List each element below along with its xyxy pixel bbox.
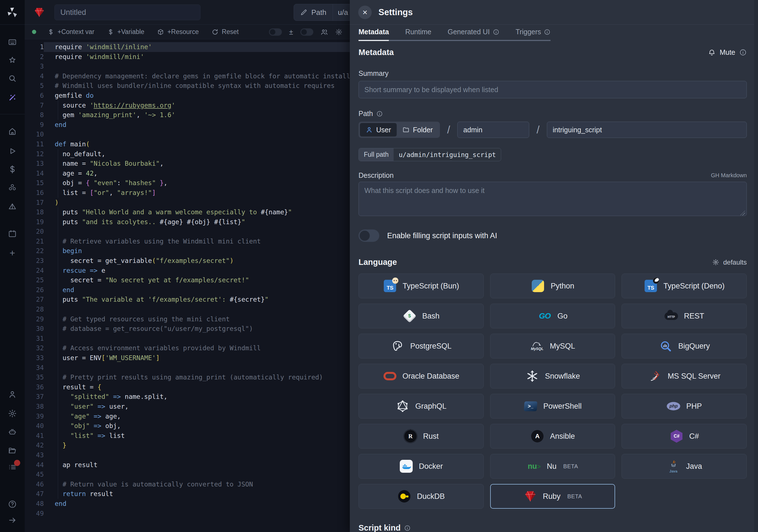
language-card-python[interactable]: Python (490, 273, 615, 298)
ai-wand-icon[interactable] (8, 93, 17, 102)
description-textarea[interactable] (359, 182, 747, 216)
language-heading: Language (359, 258, 397, 267)
plusminus-icon[interactable]: ± (289, 28, 293, 36)
help-icon[interactable] (8, 500, 17, 509)
language-card-nu[interactable]: nu> NuBETA (490, 454, 615, 479)
contextvar-button[interactable]: +Context var (48, 28, 94, 36)
code-line: 7 source 'https://rubygems.org' (25, 101, 350, 110)
language-card-bigquery[interactable]: BigQuery (622, 334, 747, 358)
language-card-mysql[interactable]: MySQL MySQL (490, 334, 615, 358)
tab-runtime[interactable]: Runtime (405, 28, 431, 40)
language-card-typescript-bun-[interactable]: TS TypeScript (Bun) (359, 273, 484, 298)
code-line: 5# Windmill uses bundler/inline compatib… (25, 81, 350, 91)
home-icon[interactable] (8, 127, 17, 136)
code-line: 15 obj = { "even": "hashes" }, (25, 178, 350, 188)
python-icon (531, 279, 545, 293)
ai-assistant-icon[interactable] (8, 428, 17, 437)
audit-logs-icon[interactable] (8, 463, 17, 472)
metadata-heading: Metadata (359, 48, 394, 57)
sidebar-divider (0, 114, 25, 114)
resource-button[interactable]: +Resource (157, 28, 199, 36)
diff-toggle[interactable] (269, 28, 282, 36)
code-line: 26 end (25, 285, 350, 295)
owner-input[interactable] (457, 122, 529, 138)
description-label: Description (359, 171, 394, 180)
code-line: 17) (25, 198, 350, 208)
markdown-hint: GH Markdown (711, 172, 747, 179)
code-line: 6gemfile do (25, 91, 350, 101)
folders-icon[interactable] (8, 446, 17, 455)
summary-input[interactable] (359, 81, 747, 98)
language-card-java[interactable]: Java Java (622, 454, 747, 479)
language-card-typescript-deno-[interactable]: TS TypeScript (Deno) (622, 273, 747, 298)
code-line: 22 begin (25, 246, 350, 256)
language-card-oracle-database[interactable]: Oracle Database (359, 364, 484, 388)
ai-inputs-toggle[interactable] (359, 230, 379, 242)
bell-icon (708, 49, 716, 56)
multiplayer-toggle[interactable] (300, 28, 313, 36)
script-name-input[interactable] (547, 122, 747, 138)
collapse-sidebar-icon[interactable] (8, 516, 17, 525)
owner-kind-user[interactable]: User (360, 123, 397, 136)
language-card-powershell[interactable]: >_ PowerShell (490, 394, 615, 418)
language-card-c-[interactable]: C# C# (622, 424, 747, 448)
code-line: 43 (25, 450, 350, 460)
code-line: 16 list = ["or", "arrays!"] (25, 188, 350, 198)
ruby-language-icon (34, 7, 45, 18)
code-line: 35 # Pretty print results using amazing_… (25, 372, 350, 382)
language-card-docker[interactable]: Docker (359, 454, 484, 479)
path-button[interactable]: Path u/a (293, 4, 354, 21)
variable-button[interactable]: +Variable (107, 28, 144, 36)
language-card-rest[interactable]: HTTP REST (622, 303, 747, 328)
language-card-ansible[interactable]: A Ansible (490, 424, 615, 448)
language-card-postgresql[interactable]: PostgreSQL (359, 334, 484, 358)
apps-icon[interactable] (8, 38, 17, 47)
code-line: 37 "splitted" => name.split, (25, 392, 350, 402)
code-line: 40 "obj" => obj, (25, 421, 350, 431)
runs-icon[interactable] (8, 147, 17, 156)
search-icon[interactable] (8, 74, 17, 83)
workspace-settings-icon[interactable] (8, 409, 17, 418)
collaborators-icon[interactable] (321, 28, 328, 36)
owner-kind-folder[interactable]: Folder (397, 123, 438, 136)
language-card-graphql[interactable]: GraphQL (359, 394, 484, 418)
code-line: 4# Dependency management: declare gems i… (25, 71, 350, 81)
language-card-rust[interactable]: R Rust (359, 424, 484, 448)
tab-generated-ui[interactable]: Generated UI (447, 28, 499, 40)
code-editor[interactable]: 1require 'windmill/inline'2require 'wind… (25, 40, 350, 532)
triggers-icon[interactable] (8, 202, 17, 211)
language-card-go[interactable]: GO Go (490, 303, 615, 328)
user-icon (365, 126, 373, 133)
resources-icon[interactable] (8, 183, 17, 192)
variables-icon[interactable] (8, 165, 17, 174)
language-card-snowflake[interactable]: Snowflake (490, 364, 615, 388)
panel-scrollbar[interactable] (754, 0, 758, 532)
account-icon[interactable] (8, 390, 17, 399)
full-path-label: Full path (359, 148, 394, 161)
close-icon[interactable]: × (358, 6, 372, 19)
script-title-input[interactable] (54, 5, 200, 20)
resize-grip[interactable] (740, 210, 745, 215)
mute-button[interactable]: Mute (708, 48, 747, 56)
reset-button[interactable]: Reset (212, 28, 239, 36)
code-line: 49 (25, 509, 350, 518)
beta-badge: BETA (568, 493, 582, 500)
schedules-icon[interactable] (8, 229, 17, 238)
language-card-bash[interactable]: $ Bash (359, 303, 484, 328)
ready-status-dot (32, 30, 36, 34)
tab-triggers[interactable]: Triggers (516, 28, 551, 40)
windmill-logo[interactable] (0, 0, 25, 25)
favorites-icon[interactable] (8, 56, 17, 65)
tab-metadata[interactable]: Metadata (359, 28, 389, 40)
defaults-button[interactable]: defaults (712, 259, 747, 266)
language-card-ms-sql-server[interactable]: MS SQL Server (622, 364, 747, 388)
create-icon[interactable]: + (8, 248, 17, 257)
language-card-ruby[interactable]: RubyBETA (490, 484, 615, 509)
docker-icon (399, 459, 413, 473)
language-card-php[interactable]: php PHP (622, 394, 747, 418)
graphql-icon (396, 399, 410, 413)
language-card-duckdb[interactable]: DuckDB (359, 484, 484, 509)
code-line: 14 age = 42, (25, 168, 350, 178)
editor-settings-gear-icon[interactable] (335, 28, 342, 36)
code-line: 9end (25, 120, 350, 130)
